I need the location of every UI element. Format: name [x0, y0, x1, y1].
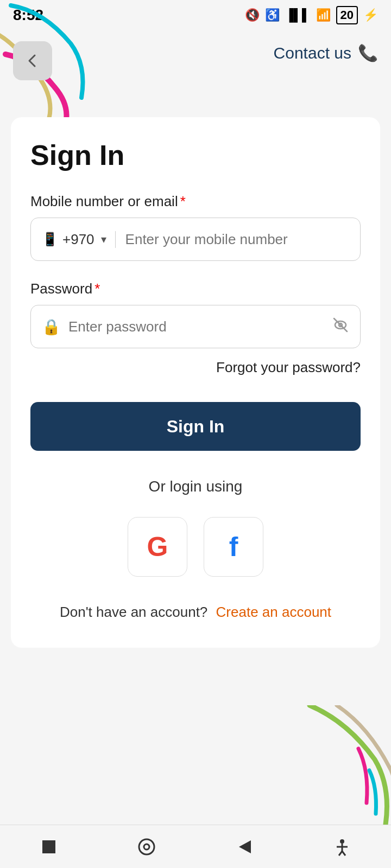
mobile-input-wrapper[interactable]: 📱 +970 ▾ — [30, 218, 361, 261]
no-account-text: Don't have an account? — [60, 604, 207, 620]
contact-us-label: Contact us — [274, 44, 351, 62]
sign-in-card: Sign In Mobile number or email* 📱 +970 ▾… — [11, 117, 380, 648]
nav-stop-button[interactable] — [39, 837, 59, 857]
accessibility-icon: ♿ — [265, 8, 280, 22]
mobile-required: * — [180, 193, 186, 209]
decorative-arcs-bottom — [282, 705, 391, 825]
accessibility-icon — [332, 837, 352, 857]
svg-point-4 — [139, 839, 154, 854]
svg-line-2 — [334, 318, 347, 331]
create-account-link[interactable]: Create an account — [216, 604, 331, 620]
country-code-value: +970 — [62, 231, 94, 248]
toggle-password-visibility-icon[interactable] — [332, 316, 349, 337]
password-required: * — [94, 280, 100, 297]
svg-point-5 — [144, 844, 149, 850]
lock-icon: 🔒 — [42, 318, 61, 336]
status-icons: 🔇 ♿ ▐▌▌ 📶 20 ⚡ — [245, 6, 378, 24]
svg-rect-3 — [42, 840, 55, 853]
bottom-navigation — [0, 825, 391, 868]
forgot-password-section: Forgot your password? — [30, 359, 361, 376]
social-login-buttons: G f — [30, 517, 361, 577]
sign-in-button[interactable]: Sign In — [30, 402, 361, 451]
country-code-selector[interactable]: 📱 +970 ▾ — [42, 231, 116, 248]
svg-line-11 — [342, 851, 345, 856]
chevron-down-icon: ▾ — [101, 233, 106, 246]
stop-icon — [39, 837, 59, 857]
facebook-icon: f — [229, 531, 238, 563]
mobile-device-icon: 📱 — [42, 232, 58, 247]
wifi-icon: 📶 — [316, 8, 331, 22]
contact-us-button[interactable]: Contact us 📞 — [274, 43, 378, 62]
create-account-section: Don't have an account? Create an account — [30, 604, 361, 621]
page-title: Sign In — [30, 139, 361, 171]
home-icon — [137, 837, 156, 857]
mute-icon: 🔇 — [245, 8, 260, 22]
top-navigation: Contact us 📞 — [0, 30, 391, 117]
password-input[interactable] — [68, 318, 332, 335]
password-field-group: Password* 🔒 — [30, 280, 361, 348]
svg-point-7 — [340, 839, 344, 844]
mobile-number-input[interactable] — [116, 231, 349, 248]
or-login-divider: Or login using — [30, 478, 361, 495]
password-label: Password* — [30, 280, 361, 297]
signal-icon: ▐▌▌ — [285, 8, 311, 22]
svg-marker-6 — [239, 840, 251, 853]
back-button[interactable] — [13, 41, 52, 80]
nav-back-button[interactable] — [235, 837, 254, 857]
mobile-label: Mobile number or email* — [30, 193, 361, 210]
phone-icon: 📞 — [358, 43, 378, 62]
google-login-button[interactable]: G — [128, 517, 187, 577]
forgot-password-link[interactable]: Forgot your password? — [216, 359, 361, 375]
nav-home-button[interactable] — [137, 837, 156, 857]
mobile-field-group: Mobile number or email* 📱 +970 ▾ — [30, 193, 361, 261]
battery-plug-icon: ⚡ — [363, 8, 378, 22]
back-nav-icon — [235, 837, 254, 857]
battery-indicator: 20 — [336, 6, 358, 24]
facebook-login-button[interactable]: f — [204, 517, 263, 577]
nav-accessibility-button[interactable] — [332, 837, 352, 857]
google-icon: G — [147, 531, 168, 563]
password-input-wrapper[interactable]: 🔒 — [30, 305, 361, 348]
